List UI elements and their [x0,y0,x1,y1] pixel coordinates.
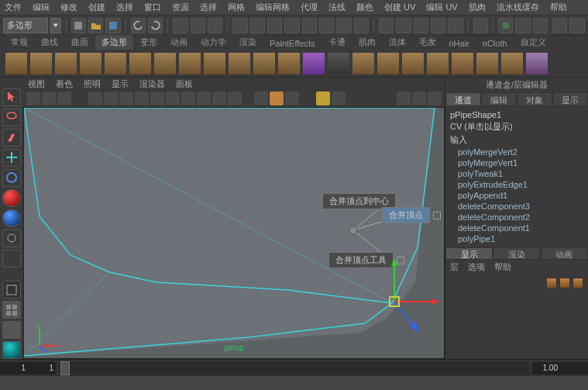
poly-cylinder-icon[interactable] [54,52,77,75]
select-tool-icon[interactable] [2,88,21,106]
cb-tab-edit[interactable]: 编辑 [481,92,517,106]
vp-menu-lighting[interactable]: 照明 [84,78,101,90]
layout-b-icon[interactable] [569,18,584,33]
time-start-field[interactable]: 1 [0,362,28,374]
vp-image-plane-icon[interactable] [57,91,71,105]
menu-proxy[interactable]: 代理 [301,2,318,13]
shelf-tab-ncloth[interactable]: nCloth [476,37,514,50]
construction-history-icon[interactable] [473,18,488,33]
menu-help[interactable]: 帮助 [550,2,567,13]
layer-tab-display[interactable]: 显示 [445,247,493,260]
viewport[interactable]: 合并顶点到中心 合并顶点 合并顶点工具 [23,107,445,359]
vp-2d-pan-icon[interactable] [73,91,87,105]
shelf-tab-custom[interactable]: 自定义 [514,35,552,50]
vp-xray-joints-icon[interactable] [285,91,299,105]
mask-dyn-icon[interactable] [319,18,334,33]
marking-merge-tool-options[interactable] [397,257,404,264]
ipr-icon[interactable] [515,18,530,33]
mask-misc-icon[interactable] [354,18,369,33]
vp-isolate-icon[interactable] [254,91,268,105]
light-icon[interactable] [525,52,548,75]
cb-input-polymergevert2[interactable]: polyMergeVert2 [450,147,583,157]
layer-tab-render[interactable]: 渲染 [493,247,540,260]
shelf-tab-render[interactable]: 渲染 [233,35,263,50]
vp-menu-shading[interactable]: 着色 [56,78,73,90]
vp-motion-icon[interactable] [397,91,411,105]
mask-surface-icon[interactable] [284,18,299,33]
poly-sphere-icon[interactable] [5,52,28,75]
range-end-field[interactable] [560,362,588,374]
shelf-tab-muscle[interactable]: 肌肉 [352,35,382,50]
vp-shading-smooth-icon[interactable] [166,91,180,105]
layer-sel-icon[interactable] [573,278,583,288]
snap-plane-icon[interactable] [431,18,445,33]
menu-window[interactable]: 窗口 [144,2,161,13]
combine-icon[interactable] [352,52,375,75]
vp-res-gate-icon[interactable] [119,91,133,105]
time-slider-head[interactable] [60,361,70,375]
cb-tab-channels[interactable]: 通道 [445,92,481,106]
mask-joint-icon[interactable] [250,18,265,33]
module-dropdown-arrow[interactable] [50,18,61,33]
poly-platonic-icon[interactable] [277,52,301,75]
vp-wireonshaded-icon[interactable] [181,91,195,105]
shelf-tab-curves[interactable]: 曲线 [35,35,64,50]
menu-pipeline[interactable]: 流水线缓存 [497,2,539,13]
vp-shadows-icon[interactable] [228,91,242,105]
layer-menu-layer[interactable]: 层 [450,261,459,273]
layer-tab-anim[interactable]: 动画 [541,247,588,260]
mask-curve-icon[interactable] [267,18,282,33]
shelf-tab-fluids[interactable]: 流体 [383,35,412,50]
select-obj-icon[interactable] [191,18,205,33]
undo-icon[interactable] [131,18,146,33]
vp-renderer-icon[interactable] [412,91,426,105]
layout-persp-icon[interactable] [2,341,21,359]
vp-textured-icon[interactable] [197,91,211,105]
create-poly-icon[interactable] [327,52,350,75]
vp-menu-renderer[interactable]: 渲染器 [139,78,165,90]
select-hier-icon[interactable] [173,18,187,33]
last-tool-icon[interactable] [2,250,21,267]
sculpt-tool-icon[interactable] [302,52,325,75]
cb-tab-object[interactable]: 对象 [517,92,552,106]
poly-cone-icon[interactable] [79,52,102,75]
extract-icon[interactable] [377,52,400,75]
mirror-icon[interactable] [476,52,499,75]
layout-four-icon[interactable] [2,301,21,319]
menu-select[interactable]: 选择 [116,2,133,13]
shelf-tab-pfx[interactable]: PaintEffects [263,37,322,50]
menu-muscle[interactable]: 肌肉 [469,2,486,13]
layout-single-icon[interactable] [2,281,21,299]
poly-plane-icon[interactable] [104,52,127,75]
booleans-icon[interactable] [401,52,425,75]
time-slider-track[interactable] [59,361,529,375]
vp-gradient-icon[interactable] [135,91,149,105]
open-scene-icon[interactable] [88,18,103,33]
scale-tool-icon[interactable] [2,189,21,207]
vp-menu-view[interactable]: 视图 [28,78,45,90]
select-comp-icon[interactable] [208,18,222,33]
vp-xray-icon[interactable] [270,91,284,105]
move-tool-icon[interactable] [2,149,21,167]
menu-select2[interactable]: 选择 [200,2,217,13]
poly-helix-icon[interactable] [228,52,251,75]
menu-assets[interactable]: 资源 [172,2,189,13]
menu-editmesh[interactable]: 编辑网格 [256,2,290,13]
poly-torus-icon[interactable] [129,52,152,75]
render-icon[interactable] [498,18,513,33]
vp-menu-panels[interactable]: 面板 [176,78,193,90]
poly-misc-icon[interactable] [500,52,524,75]
marking-merge-options[interactable] [433,212,441,219]
poly-soccer-icon[interactable] [253,52,276,75]
layer-new-icon[interactable] [546,278,557,288]
cb-input-polyappend1[interactable]: polyAppend1 [450,190,583,201]
module-selector[interactable]: 多边形 [3,18,48,33]
mask-render-icon[interactable] [336,18,351,33]
menu-file[interactable]: 文件 [5,2,22,13]
layout-2x-icon[interactable] [2,321,21,339]
vp-gamma-icon[interactable] [316,91,330,105]
save-scene-icon[interactable] [105,18,120,33]
layer-add-icon[interactable] [559,278,570,288]
menu-edituv[interactable]: 编辑 UV [426,2,457,13]
poly-pyramid-icon[interactable] [178,52,201,75]
